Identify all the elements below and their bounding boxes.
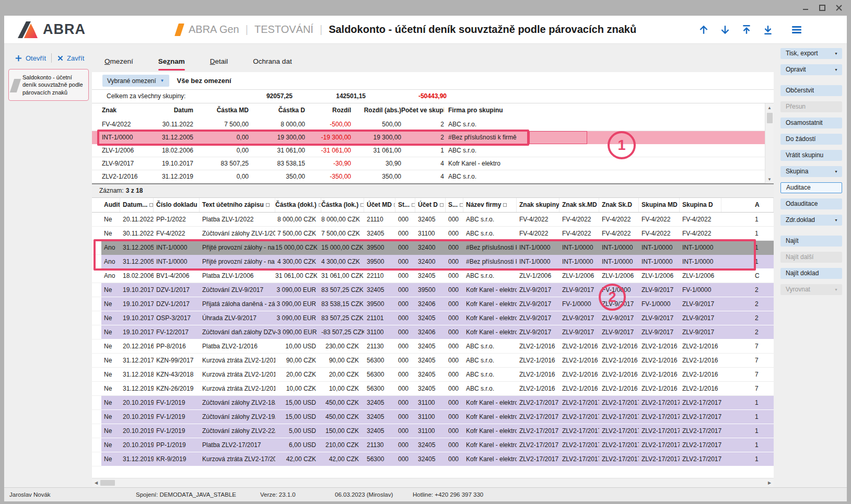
ob-erstvit-button[interactable]: Občerstvit: [780, 85, 842, 96]
scroll-left-icon[interactable]: ◀: [92, 478, 100, 487]
tab-detail[interactable]: Detail: [210, 50, 228, 72]
lower-column-header[interactable]: Částka (dokl.): [275, 198, 321, 212]
cell: 3 090,00 EUR: [275, 297, 321, 311]
table-row[interactable]: INT-1/000031.12.20050,0019 300,00-19 300…: [92, 131, 765, 144]
cell: 56300: [364, 452, 395, 466]
main-panel: OmezeníSeznamDetailOchrana dat Vybrané o…: [92, 50, 774, 487]
lower-column-header[interactable]: Účet D: [415, 198, 446, 212]
scroll-right-icon[interactable]: ▶: [765, 478, 774, 487]
lower-column-header[interactable]: S...: [446, 198, 463, 212]
table-row[interactable]: Ano18.02.2006BV1-4/2006Platba ZLV-1/2006…: [92, 269, 774, 283]
hamburger-menu-icon[interactable]: [790, 24, 803, 36]
tab-omezen[interactable]: Omezení: [104, 50, 133, 72]
column-filter-icon[interactable]: [149, 203, 153, 207]
table-row[interactable]: Ne19.10.2017DZV-1/2017Přijatá záloha dan…: [92, 297, 774, 311]
maximize-icon[interactable]: [818, 4, 827, 12]
upper-column-header[interactable]: Částka D: [249, 103, 305, 118]
table-row[interactable]: ZLV-1/200618.02.20060,0031 061,00-31 061…: [92, 144, 765, 157]
cell: ABC s.r.o.: [444, 118, 765, 131]
cell: ZLV2-1/2016: [559, 354, 599, 367]
close-task-button[interactable]: Zavřít: [57, 54, 84, 62]
table-row[interactable]: Ano31.12.2005INT-1/0000Přijté provozní z…: [92, 241, 774, 255]
arrow-down-icon[interactable]: [719, 24, 731, 36]
arrow-to-top-icon[interactable]: [740, 24, 753, 36]
table-row[interactable]: Ne20.10.2019FV-1/2019Zúčtování zálohy ZL…: [92, 396, 774, 410]
tisk-export-button[interactable]: Tisk, export▼: [780, 48, 842, 59]
upper-column-header[interactable]: Datum: [154, 103, 193, 118]
naj-t-button[interactable]: Najít: [780, 236, 842, 247]
table-row[interactable]: Ne31.12.2019KR-9/2019Kurzová ztráta ZLV2…: [92, 452, 774, 466]
cell: ZLV-9/2017: [517, 325, 559, 339]
lower-column-header[interactable]: Audit: [101, 198, 120, 212]
column-filter-icon[interactable]: [412, 203, 415, 207]
table-row[interactable]: Ne20.11.2022PP-1/2022Platba ZLV-1/20228 …: [92, 213, 774, 227]
table-row[interactable]: ZLV-9/201719.10.201783 507,2583 538,15-3…: [92, 157, 765, 170]
opravit-button[interactable]: Opravit▼: [780, 64, 842, 75]
table-row[interactable]: Ne19.10.2017OSP-3/2017Úhrada ZLV-9/20173…: [92, 311, 774, 325]
table-row[interactable]: Ano31.12.2005INT-1/0000Přijté provozní z…: [92, 255, 774, 269]
auditace-button[interactable]: Auditace: [780, 182, 842, 193]
upper-column-header[interactable]: Rozdíl: [305, 103, 351, 118]
lower-column-header[interactable]: St...: [395, 198, 415, 212]
zdr-doklad-button[interactable]: Zdr.doklad▼: [780, 215, 842, 226]
table-row[interactable]: Ne19.10.2017FV-12/2017Zúčtování daň.zálo…: [92, 325, 774, 339]
table-row[interactable]: Ne20.12.2016PP-8/2016Platba ZLV2-1/20161…: [92, 339, 774, 354]
naj-t-doklad-button[interactable]: Najít doklad: [780, 268, 842, 279]
column-filter-icon[interactable]: [266, 203, 270, 207]
minimize-icon[interactable]: [801, 4, 810, 12]
scroll-up-icon[interactable]: ▲: [765, 103, 774, 112]
restriction-dropdown[interactable]: Vybrané omezení ▼: [102, 75, 169, 87]
column-filter-icon[interactable]: [360, 203, 364, 207]
lower-column-header[interactable]: A: [721, 198, 774, 212]
lower-column-header[interactable]: Znak sk.MD: [559, 198, 599, 212]
arrow-up-icon[interactable]: [697, 24, 710, 36]
task-card[interactable]: Saldokonto - účetní deník souvztažně pod…: [8, 69, 89, 101]
scroll-thumb[interactable]: [767, 113, 773, 123]
column-filter-icon[interactable]: [440, 203, 444, 207]
upper-column-header[interactable]: Počet ve skupině: [401, 103, 444, 118]
lower-column-header[interactable]: Znak Sk.D: [599, 198, 639, 212]
upper-column-header[interactable]: Částka MD: [193, 103, 249, 118]
lower-column-header[interactable]: Název firmy: [463, 198, 517, 212]
lower-column-header[interactable]: Datum...: [120, 198, 154, 212]
tab-ochrana-dat[interactable]: Ochrana dat: [253, 50, 292, 72]
table-row[interactable]: Ne19.10.2017DZV-1/2017Zúčtování ZLV-9/20…: [92, 283, 774, 297]
upper-column-header[interactable]: Rozdíl (abs.): [351, 103, 401, 118]
upper-column-header[interactable]: Znak: [92, 103, 154, 118]
lower-column-header[interactable]: Účet MD: [364, 198, 395, 212]
vr-tit-skupinu-button[interactable]: Vrátit skupinu: [780, 150, 842, 161]
column-filter-icon[interactable]: [460, 203, 463, 207]
skupina-button[interactable]: Skupina▼: [780, 166, 842, 177]
table-row[interactable]: Ne20.10.2019FV-1/2019Zúčtování zálohy ZL…: [92, 424, 774, 438]
lower-column-header[interactable]: Skupina MD: [639, 198, 680, 212]
cell: 000: [446, 227, 463, 240]
table-row[interactable]: FV-4/202230.11.20227 500,008 000,00-500,…: [92, 118, 765, 131]
table-row[interactable]: ZLV2-1/201631.12.20190,00350,00-350,0035…: [92, 170, 765, 183]
lower-column-header[interactable]: Skupina D: [680, 198, 721, 212]
arrow-to-bottom-icon[interactable]: [762, 24, 774, 36]
lower-column-header[interactable]: Částka (lok.): [321, 198, 364, 212]
lower-table-hscrollbar[interactable]: ◀ ▶: [92, 478, 774, 487]
lower-column-header[interactable]: Číslo dokladu: [154, 198, 200, 212]
close-icon[interactable]: [834, 4, 844, 12]
table-row[interactable]: Ne30.11.2022FV-4/2022Zúčtování zálohy ZL…: [92, 227, 774, 241]
odauditace-button[interactable]: Odauditace: [780, 198, 842, 209]
lower-column-header[interactable]: Znak skupiny: [517, 198, 559, 212]
table-row[interactable]: Ne31.12.2017KZN-99/2017Kurzová ztráta ZL…: [92, 354, 774, 368]
tab-seznam[interactable]: Seznam: [158, 50, 185, 72]
column-filter-icon[interactable]: [503, 203, 507, 207]
do-dost-button[interactable]: Do žádostí: [780, 134, 842, 145]
hscroll-thumb[interactable]: [100, 480, 115, 486]
upper-table-scrollbar[interactable]: ▲ ▼: [765, 103, 774, 183]
table-row[interactable]: Ne20.10.2019FV-1/2019Zúčtování zálohy ZL…: [92, 410, 774, 424]
upper-column-header[interactable]: Firma pro skupinu: [444, 103, 765, 118]
cell: Zúčtování zálohy ZLV-1/2022: [200, 227, 275, 240]
open-button[interactable]: Otevřít: [15, 54, 46, 62]
table-row[interactable]: Ne31.12.2019KZN-26/2019Kurzová ztráta ZL…: [92, 382, 774, 396]
table-row[interactable]: Ne31.12.2018KZN-43/2018Kurzová ztráta ZL…: [92, 368, 774, 382]
lower-column-header[interactable]: Text účetního zápisu: [200, 198, 275, 212]
scroll-down-icon[interactable]: ▼: [765, 175, 774, 183]
cell: 31 061,00: [351, 144, 401, 157]
table-row[interactable]: Ne20.10.2019PP-1/2019Platba ZLV2-17/2017…: [92, 438, 774, 452]
osamostatnit-button[interactable]: Osamostatnit: [780, 118, 842, 128]
